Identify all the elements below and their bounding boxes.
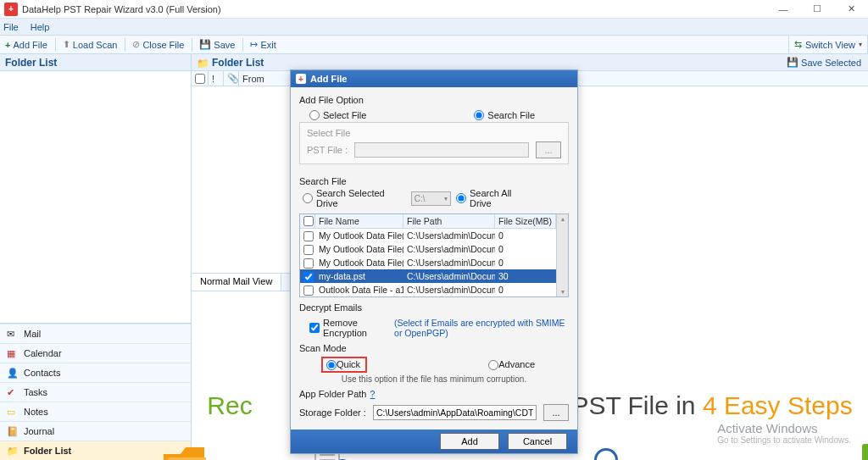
add-file-button[interactable]: +Add File — [0, 36, 53, 53]
folder-tree[interactable] — [0, 71, 191, 324]
folder-list-header: Folder List — [0, 54, 191, 71]
file-table-header-name[interactable]: File Name — [315, 214, 403, 228]
file-row-name: My Outlook Data File(1).pst — [315, 230, 403, 241]
switch-view-button[interactable]: ⇆ Switch View ▾ — [788, 36, 868, 53]
svg-rect-0 — [862, 444, 868, 460]
file-row-checkbox[interactable] — [303, 231, 314, 241]
radio-select-file[interactable]: Select File — [309, 110, 366, 120]
sidebar-item-label: Mail — [24, 329, 41, 339]
browse-button: ... — [536, 141, 561, 158]
file-table-row[interactable]: Outlook Data File - a1.pstC:\Users\admin… — [300, 283, 556, 297]
file-table-header-size[interactable]: File Size(MB) — [495, 214, 556, 228]
sidebar-item-journal[interactable]: 📔Journal — [0, 421, 191, 441]
radio-quick[interactable]: Quick — [326, 359, 360, 370]
file-row-size: 0 — [495, 258, 556, 268]
upload-icon: ⬆ — [63, 39, 70, 50]
app-folder-path-label: App Folder Path — [299, 389, 367, 399]
main-header-title: Folder List — [212, 57, 264, 69]
sidebar-item-label: Calendar — [24, 348, 62, 358]
sidebar-item-notes[interactable]: ▭Notes — [0, 402, 191, 421]
dialog-title: Add File — [310, 74, 347, 84]
tab-normal-view[interactable]: Normal Mail View — [192, 274, 281, 291]
file-table-row[interactable]: My Outlook Data File(23)...C:\Users\admi… — [300, 256, 556, 269]
step-preview: Preview — [579, 442, 633, 460]
menu-help[interactable]: Help — [31, 22, 50, 32]
sidebar-item-mail[interactable]: ✉Mail — [0, 324, 191, 343]
file-row-name: My Outlook Data File(2).pst — [315, 244, 403, 254]
file-row-checkbox[interactable] — [303, 245, 314, 255]
column-attachment-icon[interactable]: 📎 — [224, 71, 239, 86]
sidebar-item-label: Folder List — [24, 446, 71, 456]
menu-file[interactable]: File — [3, 22, 19, 32]
notes-icon: ▭ — [7, 407, 19, 417]
sidebar-item-label: Tasks — [24, 387, 47, 397]
step-open: Open — [162, 442, 206, 460]
save-selected-button[interactable]: 💾 Save Selected — [787, 57, 861, 68]
load-scan-button[interactable]: ⬆Load Scan — [58, 36, 124, 53]
file-row-path: C:\Users\admin\Docume... — [403, 230, 495, 241]
mail-list-body: Normal Mail View Hex Rec PST File in 4 E… — [192, 86, 868, 460]
storage-folder-label: Storage Folder : — [299, 407, 366, 418]
storage-folder-input[interactable] — [373, 405, 537, 420]
file-row-path: C:\Users\admin\Docume... — [403, 244, 495, 254]
file-table-check-all[interactable] — [300, 214, 315, 228]
column-checkbox[interactable] — [192, 71, 209, 86]
sidebar-item-contacts[interactable]: 👤Contacts — [0, 363, 191, 382]
switch-view-icon: ⇆ — [794, 39, 802, 50]
sidebar: Folder List ✉Mail ▦Calendar 👤Contacts ✔T… — [0, 54, 192, 460]
file-table-row[interactable]: My Outlook Data File(1).pstC:\Users\admi… — [300, 229, 556, 242]
file-row-checkbox[interactable] — [303, 285, 314, 296]
file-row-size: 30 — [495, 271, 556, 281]
help-icon[interactable]: ? — [370, 389, 376, 399]
radio-advance[interactable]: Advance — [488, 359, 535, 370]
storage-browse-button[interactable]: ... — [543, 404, 569, 421]
activate-windows-watermark: Activate Windows Go to Settings to activ… — [717, 421, 851, 445]
close-file-button[interactable]: ⊘Close File — [127, 36, 190, 53]
radio-search-selected-drive[interactable]: Search Selected Drive C:\▾ — [303, 188, 451, 208]
add-file-option-label: Add File Option — [299, 95, 569, 105]
cancel-button[interactable]: Cancel — [508, 433, 567, 450]
folder-icon: 📁 — [7, 446, 19, 456]
file-row-path: C:\Users\admin\Docume... — [403, 285, 495, 295]
file-row-size: 0 — [495, 285, 556, 295]
minimize-button[interactable]: — — [766, 0, 800, 19]
radio-search-all-drive[interactable]: Search All Drive — [456, 188, 535, 208]
sidebar-item-label: Journal — [24, 426, 54, 436]
navigation-pane: ✉Mail ▦Calendar 👤Contacts ✔Tasks ▭Notes … — [0, 324, 191, 460]
file-row-name: My Outlook Data File(23)... — [315, 258, 403, 268]
encryption-hint: (Select if Emails are encrypted with SMI… — [394, 318, 569, 338]
sidebar-item-label: Contacts — [24, 368, 60, 378]
search-file-group-label: Search File — [299, 176, 569, 186]
file-table-header-path[interactable]: File Path — [403, 214, 495, 228]
add-file-dialog: + Add File Add File Option Select File S… — [290, 69, 578, 454]
dialog-title-bar[interactable]: + Add File — [291, 70, 577, 87]
pst-file-input — [354, 142, 529, 158]
save-button[interactable]: 💾Save — [194, 36, 241, 53]
checkbox-remove-encryption[interactable]: Remove Encryption — [309, 318, 382, 338]
file-row-checkbox[interactable] — [303, 258, 314, 269]
sidebar-item-tasks[interactable]: ✔Tasks — [0, 382, 191, 402]
sidebar-item-calendar[interactable]: ▦Calendar — [0, 343, 191, 363]
file-table-row[interactable]: my-data.pstC:\Users\admin\Docume...30 — [300, 269, 556, 283]
menu-bar: File Help — [0, 19, 868, 36]
file-table-row[interactable]: My Outlook Data File(2).pstC:\Users\admi… — [300, 242, 556, 256]
column-flag-icon[interactable]: ! — [209, 71, 224, 86]
calendar-icon: ▦ — [7, 348, 19, 358]
magnifier-icon — [584, 442, 628, 460]
file-row-checkbox[interactable] — [303, 272, 314, 282]
window-title: DataHelp PST Repair Wizard v3.0 (Full Ve… — [22, 4, 221, 14]
select-file-group-label: Select File — [307, 128, 561, 138]
file-row-name: Outlook Data File - a1.pst — [315, 285, 403, 295]
add-button[interactable]: Add — [440, 433, 499, 450]
file-row-path: C:\Users\admin\Docume... — [403, 258, 495, 268]
radio-search-file[interactable]: Search File — [474, 110, 535, 120]
close-button[interactable]: ✕ — [834, 0, 868, 19]
maximize-button[interactable]: ☐ — [800, 0, 834, 19]
plus-icon: + — [296, 74, 306, 84]
file-row-size: 0 — [495, 244, 556, 254]
title-bar: + DataHelp PST Repair Wizard v3.0 (Full … — [0, 0, 868, 19]
folder-icon: 📁 — [197, 58, 209, 68]
file-row-path: C:\Users\admin\Docume... — [403, 271, 495, 281]
exit-button[interactable]: ↦Exit — [245, 36, 281, 53]
file-table-scrollbar[interactable]: ▴▾ — [556, 214, 568, 297]
